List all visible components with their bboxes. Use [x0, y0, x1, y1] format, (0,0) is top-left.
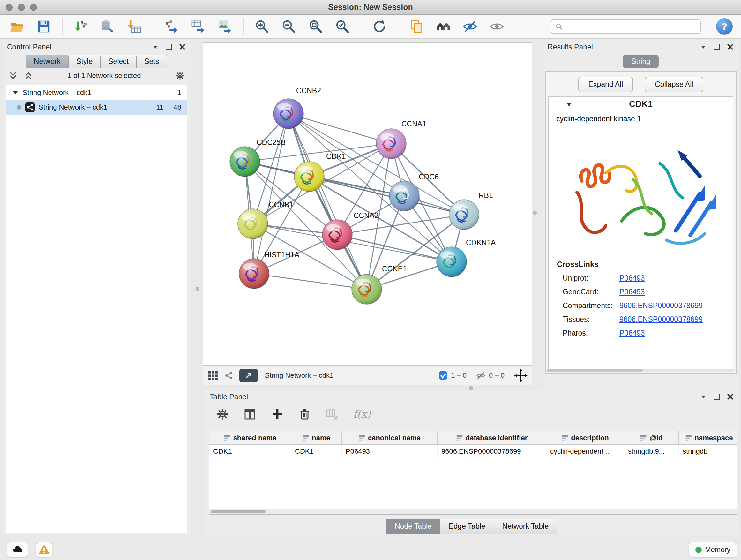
- export-image-button[interactable]: [216, 18, 233, 35]
- selected-checkbox-icon[interactable]: [438, 371, 448, 380]
- column-header--id[interactable]: @id: [624, 431, 679, 444]
- tab-style[interactable]: Style: [68, 55, 100, 68]
- zoom-selected-button[interactable]: [334, 18, 351, 35]
- crosslink-link[interactable]: 9606.ENSP00000378699: [619, 315, 703, 324]
- warnings-button[interactable]: [36, 542, 52, 557]
- hide-selected-button[interactable]: [461, 18, 479, 35]
- collapse-all-button[interactable]: Collapse All: [645, 77, 703, 92]
- add-column-plus-icon[interactable]: [271, 408, 284, 421]
- network-node-CCNB1[interactable]: [238, 209, 268, 239]
- panel-float-button[interactable]: [714, 394, 720, 400]
- import-network-database-button[interactable]: [99, 18, 116, 35]
- panel-close-button[interactable]: [726, 43, 734, 51]
- panel-close-button[interactable]: [726, 393, 734, 401]
- network-edge-HIST1H1A-CCNE1[interactable]: [254, 273, 367, 289]
- network-canvas[interactable]: CCNB2CCNA1CDC25BCDK1CDC6RB1CCNB1CCNA2CDK…: [203, 43, 532, 366]
- network-edge-CCNB2-CCNE1[interactable]: [288, 114, 367, 289]
- pan-crosshair-icon[interactable]: [514, 369, 528, 382]
- panel-float-button[interactable]: [165, 44, 172, 50]
- export-network-button[interactable]: [163, 18, 180, 35]
- network-node-RB1[interactable]: [449, 199, 479, 230]
- network-share-icon[interactable]: [223, 370, 234, 381]
- crosslink-label: Compartments:: [562, 301, 619, 310]
- network-node-CCNB2[interactable]: [273, 99, 304, 129]
- column-header-shared-name[interactable]: shared name: [209, 431, 291, 444]
- network-node-CDC25B[interactable]: [230, 146, 260, 177]
- import-network-file-button[interactable]: [72, 18, 89, 35]
- crosslink-link[interactable]: P06493: [619, 288, 645, 296]
- zoom-out-button[interactable]: [280, 18, 297, 35]
- show-columns-icon[interactable]: [244, 408, 256, 421]
- network-node-CDKN1A[interactable]: [436, 247, 467, 277]
- tab-sets[interactable]: Sets: [136, 55, 167, 68]
- network-row[interactable]: String Network – cdk1 11 48: [6, 100, 187, 115]
- network-node-HIST1H1A[interactable]: [239, 259, 269, 289]
- show-all-button[interactable]: [488, 18, 506, 35]
- table-options-gear-icon[interactable]: [216, 408, 229, 421]
- column-header-namespace[interactable]: namespace: [679, 431, 737, 444]
- tab-edge-table[interactable]: Edge Table: [440, 519, 494, 534]
- hidden-eye-slash-icon[interactable]: [476, 371, 486, 380]
- tab-network[interactable]: Network: [26, 55, 69, 68]
- splitter-grip-left[interactable]: [196, 287, 199, 291]
- network-node-CCNE1[interactable]: [352, 274, 382, 304]
- table-hscrollbar-thumb[interactable]: [211, 510, 266, 513]
- panel-menu-caret-icon[interactable]: [151, 43, 159, 51]
- home-button[interactable]: [434, 18, 452, 35]
- window-minimize-button[interactable]: [18, 4, 25, 11]
- expand-all-chevrons-icon[interactable]: [23, 71, 33, 80]
- network-edge-CDK1-RB1[interactable]: [309, 177, 464, 214]
- column-header-description[interactable]: description: [546, 431, 624, 444]
- splitter-grip-right[interactable]: [533, 211, 537, 214]
- tree-expand-caret-icon[interactable]: [12, 89, 19, 96]
- save-session-button[interactable]: [35, 18, 52, 35]
- expand-all-button[interactable]: Expand All: [578, 77, 633, 92]
- crosslink-link[interactable]: P06493: [619, 329, 645, 337]
- apply-layout-button[interactable]: [371, 18, 388, 35]
- network-snapshot-button[interactable]: [408, 18, 425, 35]
- panel-menu-caret-icon[interactable]: [699, 393, 707, 401]
- window-close-button[interactable]: [6, 4, 13, 11]
- export-table-button[interactable]: [190, 18, 207, 35]
- birds-eye-grid-icon[interactable]: [207, 370, 218, 381]
- search-input[interactable]: [565, 22, 696, 30]
- cloud-status-button[interactable]: [7, 542, 28, 557]
- column-header-canonical-name[interactable]: canonical name: [342, 431, 437, 444]
- splitter-grip-bottom[interactable]: [469, 386, 473, 390]
- zoom-in-icon: [255, 19, 269, 34]
- section-collapse-caret-icon[interactable]: [565, 101, 573, 108]
- delete-trash-icon[interactable]: [298, 408, 311, 421]
- crosslink-link[interactable]: P06493: [619, 274, 645, 283]
- tab-network-table[interactable]: Network Table: [494, 519, 557, 534]
- table-row[interactable]: CDK1CDK1P064939606.ENSP00000378699cyclin…: [209, 445, 737, 458]
- column-header-database-identifier[interactable]: database identifier: [437, 431, 546, 444]
- help-button[interactable]: ?: [716, 18, 733, 35]
- column-header-name[interactable]: name: [291, 431, 342, 444]
- collapse-all-chevrons-icon[interactable]: [8, 71, 18, 80]
- network-node-CDK1[interactable]: [294, 162, 324, 192]
- gene-name: CDK1: [629, 99, 653, 109]
- import-table-file-button[interactable]: [126, 18, 143, 35]
- network-edge-CCNB2-CCNA1[interactable]: [288, 114, 391, 144]
- network-node-CCNA2[interactable]: [322, 220, 352, 250]
- tab-string[interactable]: String: [623, 55, 659, 68]
- tab-node-table[interactable]: Node Table: [386, 519, 441, 534]
- panel-close-button[interactable]: [179, 43, 186, 51]
- window-zoom-button[interactable]: [30, 4, 37, 11]
- network-edge-CCNB2-HIST1H1A[interactable]: [254, 114, 288, 273]
- zoom-fit-button[interactable]: [307, 18, 324, 35]
- zoom-in-button[interactable]: [253, 18, 271, 35]
- network-collection-row[interactable]: String Network – cdk1 1: [6, 85, 187, 100]
- panel-menu-caret-icon[interactable]: [699, 43, 707, 51]
- open-in-browser-button[interactable]: [239, 369, 258, 382]
- crosslink-label: Pharos:: [562, 329, 619, 337]
- memory-button[interactable]: Memory: [689, 542, 737, 557]
- network-node-CDC6[interactable]: [389, 181, 419, 211]
- open-session-button[interactable]: [8, 18, 25, 35]
- results-scrollbar-thumb[interactable]: [547, 369, 643, 372]
- network-node-CCNA1[interactable]: [376, 129, 406, 159]
- tab-select[interactable]: Select: [100, 55, 137, 68]
- options-gear-icon[interactable]: [175, 71, 185, 80]
- crosslink-link[interactable]: 9606.ENSP00000378699: [619, 301, 703, 310]
- panel-float-button[interactable]: [714, 44, 720, 50]
